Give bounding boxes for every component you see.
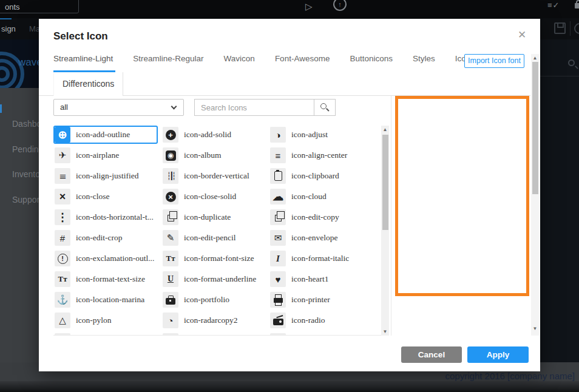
tab-differenticons[interactable]: Differenticons (53, 72, 123, 96)
icon-grid-item-airplane[interactable]: ✈icon-airplane (53, 146, 158, 164)
icon-grid-item-envelope[interactable]: ✉icon-envelope (269, 229, 373, 247)
tab-wavicon[interactable]: Wavicon (224, 54, 255, 71)
sidebar-item-dashbo[interactable]: Dashbo (12, 119, 41, 129)
import-icon-font-button[interactable]: Import Icon font (464, 54, 524, 68)
save-icon[interactable] (554, 22, 566, 34)
subtab-row: Differenticons (39, 72, 530, 96)
icon-grid-item-duplicate[interactable]: icon-duplicate (161, 208, 266, 226)
icon-grid: ⊕icon-add-outline✈icon-airplane≡icon-ali… (53, 126, 389, 336)
icon-grid-item-align-justified[interactable]: ≡icon-align-justified (53, 167, 158, 185)
icon-grid-item-exclamation-outline[interactable]: !icon-exclamation-outl... (53, 249, 158, 268)
scroll-down-icon[interactable]: ▼ (381, 329, 389, 334)
icon-label: icon-close (76, 192, 109, 201)
active-nav-accent (0, 18, 12, 19)
clipboard-icon (270, 168, 286, 184)
icon-grid-item-edit-pencil[interactable]: ✎icon-edit-pencil (161, 229, 266, 247)
icon-grid-item-heart1[interactable]: ♥icon-heart1 (269, 270, 373, 288)
sidebar-active-notch (0, 104, 2, 113)
category-select[interactable]: all (53, 99, 184, 116)
icon-grid-item-portfolio[interactable]: icon-portfolio (161, 291, 266, 309)
icon-label: icon-edit-pencil (184, 233, 235, 243)
publish-icon[interactable]: ↑ (333, 0, 347, 11)
icon-grid-item-border-vertical[interactable]: ┆┃┆icon-border-vertical (161, 167, 266, 185)
radarcopy2-icon: ◔ (163, 313, 178, 328)
icon-grid-item-align-center[interactable]: ≡icon-align-center (269, 146, 373, 164)
portfolio-icon (163, 292, 178, 308)
sidebar-item-invento[interactable]: Invento (12, 169, 40, 179)
format-font-size-icon: Tт (163, 251, 178, 266)
scroll-down-icon[interactable]: ▼ (531, 326, 539, 331)
icon-grid-item-partial (53, 332, 158, 336)
dialog-scrollbar[interactable]: ▲ ▼ (531, 54, 539, 336)
icon-grid-item-format-italic[interactable]: Iicon-format-italic (269, 249, 373, 268)
icon-grid-item-location-marina[interactable]: ⚓icon-location-marina (53, 291, 158, 309)
icon-grid-item-radarcopy2[interactable]: ◔icon-radarcopy2 (161, 311, 266, 329)
icon-grid-item-format-underline[interactable]: Uicon-format-underline (161, 270, 266, 288)
icon-label: icon-edit-crop (76, 233, 122, 243)
lock-icon[interactable] (575, 3, 579, 8)
icon-label: icon-location-marina (76, 295, 144, 305)
nav-tab-design[interactable]: sign (1, 24, 16, 33)
icon-label: icon-radarcopy2 (184, 316, 237, 325)
close-icon[interactable]: ✕ (518, 29, 526, 41)
icon-grid-item-add-outline[interactable]: ⊕icon-add-outline (53, 126, 158, 144)
icon-grid-item-dots-horizontal[interactable]: ⋮icon-dots-horizontal-t... (53, 208, 158, 226)
search-input[interactable] (194, 99, 314, 116)
sidebar-item-suppor[interactable]: Suppor (12, 195, 39, 204)
icon-label: icon-format-italic (291, 254, 349, 263)
tab-styles[interactable]: Styles (413, 54, 435, 71)
checklist-icon[interactable]: ≡✓ (547, 1, 560, 10)
tab-streamline-light[interactable]: Streamline-Light (53, 54, 113, 71)
page-footer (0, 381, 579, 392)
icon-grid-item-cloud[interactable]: ☁icon-cloud (269, 188, 373, 206)
icon-label: icon-align-center (291, 150, 347, 160)
icon-label: icon-add-solid (184, 130, 231, 140)
fonts-dropdown-label: onts (5, 2, 20, 12)
heart1-icon: ♥ (270, 271, 286, 287)
icon-grid-item-pylon[interactable]: △icon-pylon (53, 311, 158, 329)
apply-button[interactable]: Apply (467, 346, 529, 363)
icon-label: icon-border-vertical (184, 171, 249, 181)
scrollbar-thumb[interactable] (382, 135, 388, 230)
icon-grid-item-radio[interactable]: icon-radio (269, 311, 373, 329)
preview-play-icon[interactable]: ▷ (305, 1, 313, 12)
scroll-up-icon[interactable]: ▲ (531, 55, 539, 61)
icon-grid-item-close-solid[interactable]: ×icon-close-solid (161, 188, 266, 206)
tab-font-awesome[interactable]: Font-Awesome (275, 54, 330, 71)
icon-label: icon-dots-horizontal-t... (76, 212, 154, 222)
search-icon[interactable] (568, 59, 575, 66)
icon-label: icon-envelope (291, 233, 337, 243)
printer-icon (270, 292, 286, 308)
scrollbar-thumb[interactable] (532, 62, 538, 194)
category-select-value: all (60, 103, 68, 112)
icon-label: icon-adjust (291, 130, 328, 140)
icon-grid-item-album[interactable]: ◉icon-album (161, 146, 266, 164)
icon-grid-item-close[interactable]: ×icon-close (53, 188, 158, 206)
icon-grid-item-edit-copy[interactable]: icon-edit-copy (269, 208, 373, 226)
tab-streamline-regular[interactable]: Streamline-Regular (133, 54, 203, 71)
icon-label: icon-printer (291, 295, 330, 305)
icon-grid-item-edit-crop[interactable]: #icon-edit-crop (53, 229, 158, 247)
edit-crop-icon: # (55, 230, 70, 246)
right-toolbar (540, 39, 579, 362)
tab-buttonicons[interactable]: Buttonicons (350, 54, 393, 71)
radio-icon (270, 313, 286, 328)
scroll-up-icon[interactable]: ▲ (381, 127, 389, 132)
chevron-down-icon (171, 104, 177, 110)
panel-divider (391, 96, 391, 336)
icon-grid-column: ⊕icon-add-outline✈icon-airplane≡icon-ali… (53, 126, 158, 336)
cancel-button[interactable]: Cancel (401, 346, 462, 363)
icon-grid-item-format-text-size[interactable]: Tтicon-format-text-size (53, 270, 158, 288)
icon-label: icon-portfolio (184, 295, 229, 305)
icon-grid-item-clipboard[interactable]: icon-clipboard (269, 167, 373, 185)
icon-grid-item-add-solid[interactable]: +icon-add-solid (161, 126, 266, 144)
icon-grid-item-printer[interactable]: icon-printer (269, 291, 373, 309)
icon-grid-item-format-font-size[interactable]: Tтicon-format-font-size (161, 249, 266, 268)
icon-label: icon-format-text-size (76, 274, 145, 284)
search-button[interactable] (314, 99, 336, 116)
pylon-icon: △ (55, 313, 70, 328)
icon-grid-scrollbar[interactable]: ▲ ▼ (381, 126, 389, 336)
icon-grid-item-adjust[interactable]: ◑icon-adjust (269, 126, 373, 144)
duplicate-icon (163, 209, 178, 225)
dialog-title: Select Icon (53, 30, 108, 42)
